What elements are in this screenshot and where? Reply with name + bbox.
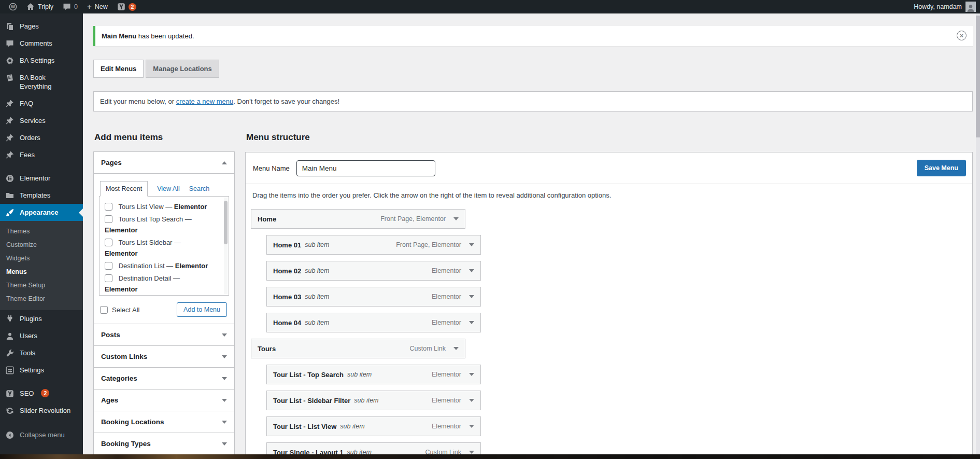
tab-search[interactable]: Search <box>189 182 210 196</box>
booking-types-panel-header[interactable]: Booking Types <box>94 433 234 454</box>
expand-arrow-icon[interactable] <box>469 295 474 298</box>
menu-item-meta: Elementor <box>432 293 461 300</box>
sidebar-item-plugins[interactable]: Plugins <box>0 310 83 327</box>
sidebar-item-slider-revolution[interactable]: Slider Revolution <box>0 402 83 419</box>
page-checkbox[interactable] <box>105 274 112 282</box>
sidebar-item-seo[interactable]: SEO 2 <box>0 385 83 402</box>
panel-title: Categories <box>101 374 137 382</box>
page-title: Tours List View — <box>118 203 172 211</box>
sidebar-item-fees[interactable]: Fees <box>0 146 83 163</box>
sidebar-item-templates[interactable]: Templates <box>0 187 83 204</box>
expand-arrow-icon[interactable] <box>469 425 474 428</box>
menu-item-tour-list-sidebar-filter[interactable]: Tour List - Sidebar Filter sub item Elem… <box>266 391 481 410</box>
comments-shortcut[interactable]: 0 <box>58 0 82 13</box>
site-name-menu[interactable]: Triply <box>22 0 58 13</box>
select-all-checkbox[interactable] <box>100 306 108 314</box>
expand-arrow-icon[interactable] <box>469 269 474 272</box>
booking-locations-panel-header[interactable]: Booking Locations <box>94 411 234 433</box>
expand-arrow-icon[interactable] <box>469 399 474 402</box>
expand-arrow-icon[interactable] <box>469 243 474 246</box>
tab-edit-menus[interactable]: Edit Menus <box>93 60 144 78</box>
ages-panel-header[interactable]: Ages <box>94 390 234 411</box>
menu-item-tour-list-top-search[interactable]: Tour List - Top Search sub item Elemento… <box>266 365 481 384</box>
submenu-item-menus[interactable]: Menus <box>0 265 83 279</box>
yoast-icon <box>5 390 15 398</box>
chevron-down-icon <box>222 377 227 380</box>
page-state: Elementor <box>175 262 208 270</box>
expand-arrow-icon[interactable] <box>453 347 459 350</box>
sidebar-item-services[interactable]: Services <box>0 112 83 129</box>
browser-scrollbar[interactable] <box>976 13 980 459</box>
tab-most-recent[interactable]: Most Recent <box>100 181 148 197</box>
scrollbar-thumb[interactable] <box>224 201 228 244</box>
menu-item-home[interactable]: Home Front Page, Elementor <box>251 209 465 229</box>
page-state: Elementor <box>105 249 138 257</box>
page-checkbox[interactable] <box>105 262 112 270</box>
submenu-item-themes[interactable]: Themes <box>0 225 83 238</box>
categories-panel-header[interactable]: Categories <box>94 368 234 389</box>
menu-item-home-04[interactable]: Home 04 sub item Elementor <box>266 313 481 332</box>
dismiss-notice-icon[interactable]: × <box>957 31 967 40</box>
rotate-arrows-icon <box>5 407 15 415</box>
page-title: Tours List Sidebar — <box>118 239 181 246</box>
account-menu[interactable]: Howdy, namdam <box>914 0 980 13</box>
create-new-menu-link[interactable]: create a new menu <box>176 98 234 105</box>
pages-panel-header[interactable]: Pages <box>94 152 234 173</box>
pages-panel-body: Most Recent View All Search Tours List V… <box>94 173 234 324</box>
page-checkbox[interactable] <box>105 203 112 211</box>
notice-menu-name: Main Menu <box>102 32 136 40</box>
submenu-item-customize[interactable]: Customize <box>0 238 83 252</box>
pages-panel-title: Pages <box>101 159 122 166</box>
pages-list-scrollbar[interactable] <box>224 198 228 294</box>
tab-manage-locations[interactable]: Manage Locations <box>146 60 219 78</box>
menu-structure-column: Menu structure Menu Name Save Menu Drag … <box>245 132 973 459</box>
sidebar-item-appearance[interactable]: Appearance <box>0 204 83 221</box>
sidebar-item-label: Plugins <box>20 314 42 323</box>
sidebar-item-pages[interactable]: Pages <box>0 18 83 35</box>
wordpress-logo-menu[interactable] <box>4 0 22 13</box>
sidebar-item-faq[interactable]: FAQ <box>0 95 83 112</box>
menu-item-tour-list-list-view[interactable]: Tour List - List View sub item Elementor <box>266 416 481 436</box>
add-to-menu-button[interactable]: Add to Menu <box>177 302 227 317</box>
categories-panel: Categories <box>93 367 235 390</box>
menu-item-home-03[interactable]: Home 03 sub item Elementor <box>266 287 481 307</box>
submenu-item-theme-setup[interactable]: Theme Setup <box>0 279 83 292</box>
sidebar-item-ba-book-everything[interactable]: BA Book Everything <box>0 69 83 95</box>
scrollbar-thumb[interactable] <box>976 16 980 137</box>
menu-name-input[interactable] <box>296 160 435 176</box>
sidebar-item-orders[interactable]: Orders <box>0 129 83 146</box>
expand-arrow-icon[interactable] <box>469 451 474 454</box>
sidebar-item-settings[interactable]: Settings <box>0 361 83 379</box>
panel-title: Ages <box>101 396 118 404</box>
menu-item-home-02[interactable]: Home 02 sub item Elementor <box>266 261 481 281</box>
submenu-item-widgets[interactable]: Widgets <box>0 252 83 265</box>
sidebar-item-users[interactable]: Users <box>0 327 83 344</box>
sidebar-item-label: SEO <box>20 389 34 398</box>
tab-view-all[interactable]: View All <box>157 182 180 196</box>
wrench-icon <box>5 349 15 357</box>
add-menu-items-heading: Add menu items <box>94 132 235 143</box>
expand-arrow-icon[interactable] <box>453 217 459 220</box>
new-content-menu[interactable]: + New <box>82 0 112 13</box>
sidebar-item-tools[interactable]: Tools <box>0 344 83 361</box>
custom-links-panel-header[interactable]: Custom Links <box>94 346 234 367</box>
save-menu-button[interactable]: Save Menu <box>917 160 966 176</box>
collapse-menu-button[interactable]: Collapse menu <box>0 426 83 443</box>
sidebar-item-comments[interactable]: Comments <box>0 35 83 52</box>
admin-sidebar: Pages Comments BA Settings BA Book Every… <box>0 13 83 459</box>
sidebar-item-label: BA Settings <box>20 56 54 65</box>
expand-arrow-icon[interactable] <box>469 373 474 376</box>
page-checkbox[interactable] <box>105 239 112 246</box>
pin-icon <box>5 100 15 108</box>
select-all-control[interactable]: Select All <box>100 306 139 314</box>
expand-arrow-icon[interactable] <box>469 321 474 324</box>
menu-item-home-01[interactable]: Home 01 sub item Front Page, Elementor <box>266 235 481 255</box>
submenu-item-theme-editor[interactable]: Theme Editor <box>0 292 83 305</box>
sidebar-item-ba-settings[interactable]: BA Settings <box>0 52 83 69</box>
menu-item-tours[interactable]: Tours Custom Link <box>251 339 465 358</box>
yoast-seo-menu[interactable]: 2 <box>112 0 141 13</box>
page-checkbox[interactable] <box>105 215 112 223</box>
sidebar-item-elementor[interactable]: Elementor <box>0 170 83 187</box>
posts-panel-header[interactable]: Posts <box>94 324 234 345</box>
page-checkbox-item: Tours List Sidebar — Elementor <box>105 237 209 259</box>
